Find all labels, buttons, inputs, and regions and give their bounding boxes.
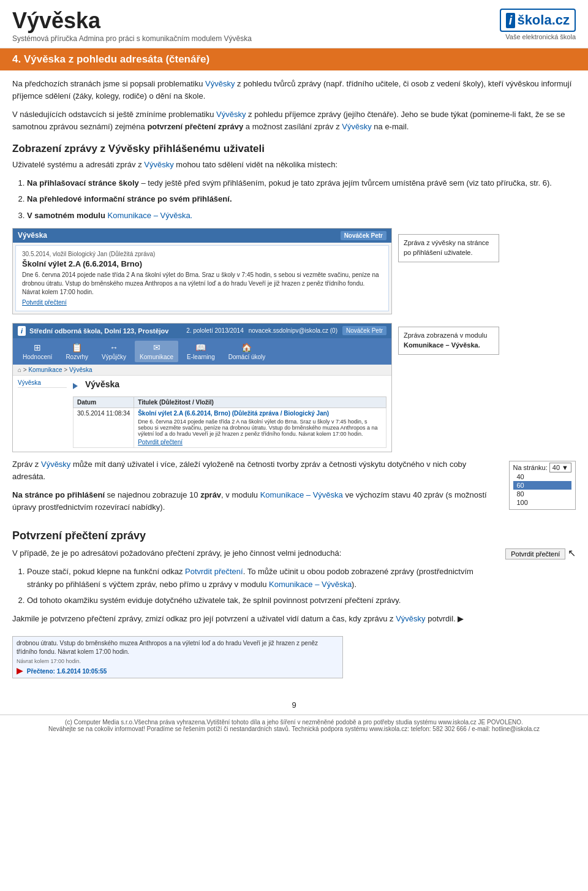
- bc-komunikace[interactable]: Komunikace: [28, 366, 62, 373]
- page-header: Vývěska Systémová příručka Admina pro pr…: [0, 0, 588, 48]
- locations-list: Na přihlašovací stránce školy – tedy ješ…: [12, 177, 576, 221]
- sc2-confirm-link[interactable]: Potvrdit přečtení: [138, 439, 382, 446]
- link-vyvěska-2[interactable]: Vývěsky: [216, 110, 246, 119]
- footer: (c) Computer Media s.r.o.Všechna práva v…: [0, 715, 588, 736]
- col-titulek: Titulek (Důležitost / Vložil): [134, 396, 386, 408]
- sc2-module-title: Vývěska: [85, 379, 119, 389]
- link-vyvěska-4[interactable]: Vývěsky: [144, 160, 173, 169]
- link-vyvěska-1[interactable]: Vývěsky: [205, 79, 235, 88]
- nav-hodnoceni-label: Hodnocení: [23, 354, 52, 360]
- nav-vypujcky[interactable]: ↔ Výpůjčky: [97, 341, 131, 362]
- pagination-label: Na stránku: 40 ▼: [513, 464, 572, 471]
- sc1-confirm-link[interactable]: Potvrdit přečtení: [22, 299, 382, 306]
- potvrzeni-content: V případě, že je po adresátovi požadován…: [12, 547, 496, 631]
- sc3-read-row: ▶ Přečteno: 1.6.2014 10:05:55: [17, 665, 339, 675]
- screenshot1: Vývěska Nováček Petr 30.5.2014, vložil B…: [12, 228, 392, 314]
- link-komunikace-3[interactable]: Komunikace – Vývěska: [269, 580, 352, 589]
- sc2-nav: ⊞ Hodnocení 📋 Rozvrhy ↔ Výpůjčky ✉ Komun…: [13, 338, 391, 365]
- sc1-meta: 30.5.2014, vložil Biologický Jan (Důleži…: [22, 251, 382, 257]
- sc2-user: Nováček Petr: [342, 326, 386, 335]
- cursor-icon: ↖: [568, 548, 576, 558]
- para-zprav: Zpráv z Vývěsky může mít daný uživatel i…: [12, 458, 499, 483]
- sc2-right-info: 2. pololetí 2013/2014 novacek.ssdolnipv@…: [186, 326, 386, 335]
- sc3-confirm-label: Návrat kolem 17:00 hodin.: [17, 658, 339, 664]
- sc2-content: Vývěska Vývěska Datum Titulek (Důležitos…: [13, 376, 391, 452]
- sc2-email: novacek.ssdolnipv@iskola.cz (0): [249, 327, 337, 334]
- sc2-main: Vývěska Datum Titulek (Důležitost / Vlož…: [73, 379, 386, 448]
- bc-vyvěska[interactable]: Vývěska: [69, 366, 92, 373]
- nav-komunikace-label: Komunikace: [140, 354, 173, 360]
- section-potvrzeni-heading: Potvrzení přečtení zprávy: [12, 529, 576, 542]
- potvrzeni-item-2: Od tohoto okamžiku systém eviduje dotyčn…: [27, 594, 496, 607]
- logo-text: škola.cz: [517, 12, 570, 28]
- arrow-icon: ▶: [17, 665, 23, 675]
- nav-domaci-label: Domácí úkoly: [228, 354, 266, 360]
- hodnoceni-icon: ⊞: [34, 343, 41, 352]
- footer-line1: (c) Computer Media s.r.o.Všechna práva v…: [12, 719, 576, 726]
- potvrdit-prechten-button[interactable]: Potvrdit přečtení: [505, 548, 565, 559]
- main-content: Na předchozích stranách jsme si popsali …: [0, 70, 588, 691]
- option-60[interactable]: 60: [513, 481, 572, 490]
- option-80[interactable]: 80: [513, 490, 572, 498]
- nav-hodnoceni[interactable]: ⊞ Hodnocení: [18, 341, 57, 362]
- callout2-text-start: Zpráva zobrazená v modulu: [404, 332, 487, 339]
- nav-elearning[interactable]: 📖 E-learning: [182, 341, 220, 362]
- link-vyvěska-6[interactable]: Vývěsky: [396, 614, 425, 623]
- link-potvrdit[interactable]: Potvrdit přečtení: [185, 567, 243, 576]
- row-content: Školní výlet 2.A (6.6.2014, Brno) (Důlež…: [134, 408, 386, 447]
- section-zobrazeni-heading: Zobrazení zprávy z Vývěsky přihlášenému …: [12, 143, 576, 155]
- potvrzeni-item-1: Pouze stačí, pokud klepne na funkční odk…: [27, 566, 496, 590]
- rozvrhy-icon: 📋: [72, 343, 82, 352]
- para1: Na předchozích stranách jsme si popsali …: [12, 78, 576, 102]
- app-subtitle: Systémová příručka Admina pro práci s ko…: [12, 34, 252, 43]
- link-vyvěska-5[interactable]: Vývěsky: [41, 460, 70, 469]
- sc1-body: 30.5.2014, vložil Biologický Jan (Důleži…: [15, 245, 389, 311]
- nav-vypujcky-label: Výpůjčky: [102, 354, 126, 360]
- sc1-header: Vývěska Nováček Petr: [13, 229, 391, 243]
- list-item-1: Na přihlašovací stránce školy – tedy ješ…: [27, 177, 576, 189]
- sc1-title: Vývěska: [18, 231, 47, 240]
- row-date: 30.5.2014 11:08:34: [74, 408, 134, 447]
- callout1: Zpráva z vývěsky na stránce po přihlášen…: [398, 234, 499, 262]
- nav-rozvrhy[interactable]: 📋 Rozvrhy: [61, 341, 93, 362]
- callout1-text: Zpráva z vývěsky na stránce po přihlášen…: [404, 239, 489, 256]
- callout2-text-bold: Komunikace – Vývěska.: [404, 341, 480, 349]
- page-number: 9: [0, 700, 588, 710]
- sc2-table: Datum Titulek (Důležitost / Vložil) 30.5…: [73, 396, 386, 448]
- pagination-current[interactable]: 40 ▼: [549, 463, 571, 472]
- nav-domaci[interactable]: 🏠 Domácí úkoly: [224, 341, 271, 362]
- option-40[interactable]: 40: [513, 472, 572, 481]
- link-komunikace-1[interactable]: Komunikace – Vývěska.: [107, 211, 192, 220]
- sc3-read-confirm: Přečteno: 1.6.2014 10:05:55: [27, 668, 107, 675]
- pagination-widget: Na stránku: 40 ▼ 40 60 80 100: [509, 461, 576, 510]
- komunikace-icon: ✉: [153, 343, 160, 352]
- sc2-sidebar-title[interactable]: Vývěska: [18, 379, 67, 388]
- screenshot2-row: i Střední odborná škola, Dolní 123, Pros…: [12, 320, 576, 452]
- zprav-section: Zpráv z Vývěsky může mít daný uživatel i…: [12, 458, 576, 520]
- screenshot2: i Střední odborná škola, Dolní 123, Pros…: [12, 323, 392, 452]
- sc2-period: 2. pololetí 2013/2014: [186, 327, 243, 334]
- option-100[interactable]: 100: [513, 498, 572, 507]
- sc3-text: drobnou útratu. Vstup do brněnského muze…: [17, 639, 339, 656]
- zprav-row: Zpráv z Vývěsky může mít daný uživatel i…: [12, 458, 576, 520]
- list-item-2: Na přehledové informační stránce po svém…: [27, 193, 576, 205]
- nav-komunikace[interactable]: ✉ Komunikace: [135, 341, 178, 362]
- sc2-breadcrumb: ⌂ > Komunikace > Vývěska: [13, 365, 391, 376]
- col-datum: Datum: [74, 396, 134, 408]
- para-strance: Na stránce po přihlášení se najednou zob…: [12, 489, 499, 514]
- link-vyvěska-3[interactable]: Vývěsky: [342, 122, 371, 131]
- sc2-topbar: i Střední odborná škola, Dolní 123, Pros…: [13, 324, 391, 338]
- potvrzeni-row: V případě, že je po adresátovi požadován…: [12, 547, 576, 631]
- elearning-icon: 📖: [195, 343, 206, 352]
- logo-i-letter: i: [506, 13, 516, 28]
- domaci-icon: 🏠: [241, 343, 252, 352]
- sc1-msg-title: Školní výlet 2.A (6.6.2014, Brno): [22, 259, 382, 268]
- link-komunikace-2[interactable]: Komunikace – Vývěska: [260, 490, 343, 499]
- expand-arrow-icon[interactable]: [73, 383, 78, 389]
- screenshot3: drobnou útratu. Vstup do brněnského muze…: [12, 636, 343, 678]
- row-text: Dne 6. června 2014 pojede naše třída 2 A…: [138, 419, 382, 437]
- sc2-school-name: Střední odborná škola, Dolní 123, Prostě…: [29, 327, 168, 335]
- potvrzeni-list: Pouze stačí, pokud klepne na funkční odk…: [12, 566, 496, 606]
- section-zobrazeni-para: Uživatelé systému a adresáti zpráv z Výv…: [12, 159, 576, 171]
- row-title: Školní výlet 2.A (6.6.2014, Brno) (Důlež…: [138, 410, 382, 417]
